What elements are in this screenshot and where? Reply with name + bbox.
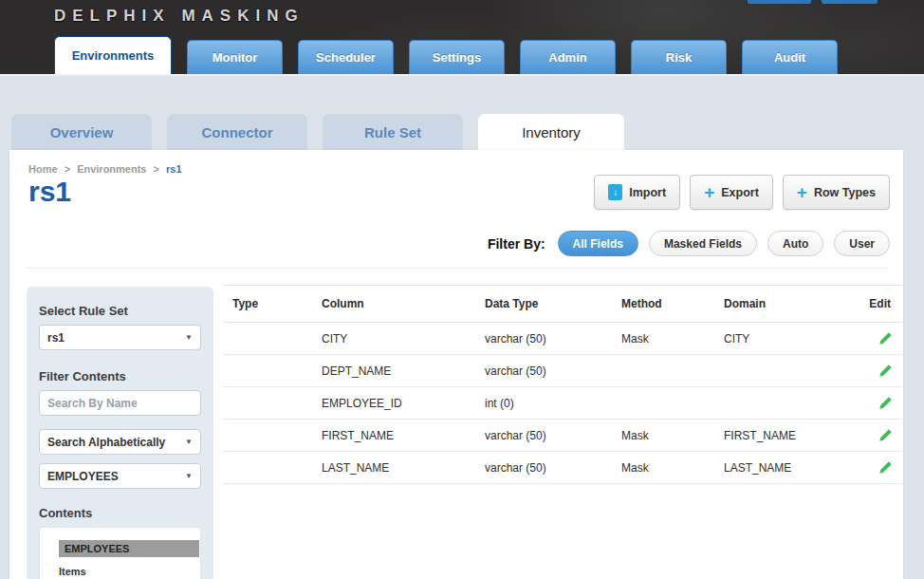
row-types-button-label: Row Types [814, 186, 876, 199]
edit-pencil-icon[interactable] [878, 428, 902, 442]
edit-pencil-icon[interactable] [878, 364, 902, 378]
main-nav: Environments Monitor Scheduler Settings … [54, 36, 838, 74]
chevron-down-icon: ▼ [185, 333, 193, 342]
delphix-masking-logo: DELPHIX MASKING [54, 7, 305, 26]
col-header-domain: Domain [724, 297, 864, 310]
cell-method: Mask [621, 429, 724, 442]
environment-subtabs: Overview Connector Rule Set Inventory [11, 114, 639, 150]
cell-column: FIRST_NAME [322, 429, 485, 442]
app-header: DELPHIX MASKING Environments Monitor Sch… [0, 0, 924, 74]
nav-tab-risk[interactable]: Risk [631, 40, 727, 74]
nav-tab-environments[interactable]: Environments [54, 36, 172, 74]
chevron-down-icon: ▼ [185, 438, 193, 446]
table-row: DEPT_NAME varchar (50) [223, 355, 902, 387]
import-button-label: Import [629, 186, 666, 199]
nav-tab-monitor[interactable]: Monitor [187, 40, 283, 74]
edit-pencil-icon[interactable] [878, 396, 902, 410]
filter-by-row: Filter By: All Fields Masked Fields Auto… [488, 231, 890, 256]
search-alphabetically-value: Search Alphabetically [47, 436, 165, 449]
nav-tab-settings[interactable]: Settings [409, 40, 505, 74]
col-header-edit: Edit [869, 297, 902, 310]
plus-icon: + [704, 184, 714, 200]
tab-rule-set[interactable]: Rule Set [323, 114, 463, 150]
cell-data-type: int (0) [485, 397, 621, 410]
table-select[interactable]: EMPLOYEES ▼ [39, 463, 201, 489]
cell-column: EMPLOYEE_ID [322, 397, 485, 410]
cutoff-top-button-2[interactable] [822, 0, 878, 4]
search-by-name-input[interactable] [39, 390, 201, 416]
contents-item-employees[interactable]: EMPLOYEES [59, 540, 199, 557]
export-button[interactable]: + Export [690, 175, 773, 210]
select-rule-set-label: Select Rule Set [39, 304, 201, 318]
breadcrumb-separator: > [154, 163, 159, 175]
tab-inventory[interactable]: Inventory [478, 114, 624, 150]
nav-tab-scheduler[interactable]: Scheduler [298, 40, 394, 74]
toolbar: ↓ Import + Export + Row Types [594, 175, 890, 210]
col-header-data-type: Data Type [485, 297, 621, 310]
filter-by-label: Filter By: [488, 236, 545, 252]
export-button-label: Export [721, 186, 759, 199]
tab-overview[interactable]: Overview [11, 114, 152, 150]
breadcrumb-home[interactable]: Home [28, 163, 58, 175]
cell-data-type: varchar (50) [485, 332, 621, 346]
table-row: CITY varchar (50) Mask CITY [223, 323, 902, 355]
rule-set-select[interactable]: rs1 ▼ [39, 325, 201, 350]
import-button[interactable]: ↓ Import [594, 175, 680, 210]
nav-tab-admin[interactable]: Admin [520, 40, 616, 74]
col-header-type: Type [232, 297, 322, 310]
cell-data-type: varchar (50) [485, 461, 621, 475]
col-header-column: Column [322, 297, 485, 310]
edit-pencil-icon[interactable] [878, 460, 902, 475]
filter-pill-masked-fields[interactable]: Masked Fields [649, 231, 757, 256]
cell-data-type: varchar (50) [485, 429, 621, 442]
table-row: LAST_NAME varchar (50) Mask LAST_NAME [223, 452, 902, 484]
content-card: Home > Environments > rs1 rs1 ↓ Import +… [9, 150, 903, 579]
cell-method: Mask [621, 461, 724, 475]
rule-set-select-value: rs1 [47, 331, 65, 345]
edit-pencil-icon[interactable] [878, 331, 902, 346]
cell-column: DEPT_NAME [322, 364, 485, 378]
cell-data-type: varchar (50) [485, 364, 621, 378]
tab-connector[interactable]: Connector [167, 114, 307, 150]
contents-label: Contents [39, 506, 201, 520]
table-row: EMPLOYEE_ID int (0) [223, 387, 902, 420]
rule-set-sidebar: Select Rule Set rs1 ▼ Filter Contents Se… [27, 287, 213, 579]
contents-item-items[interactable]: Items [59, 566, 193, 577]
page-title: rs1 [28, 176, 71, 208]
col-header-method: Method [621, 297, 724, 310]
table-row: FIRST_NAME varchar (50) Mask FIRST_NAME [223, 420, 902, 452]
row-types-button[interactable]: + Row Types [783, 175, 890, 210]
breadcrumb: Home > Environments > rs1 [28, 163, 186, 175]
filter-pill-all-fields[interactable]: All Fields [558, 231, 638, 256]
table-header-row: Type Column Data Type Method Domain Edit [223, 285, 902, 323]
cell-domain: FIRST_NAME [724, 429, 864, 442]
breadcrumb-separator: > [65, 163, 70, 175]
table-select-value: EMPLOYEES [47, 470, 119, 483]
delphix-masking-app: { "header": { "logo": "DELPHIX MASKING",… [0, 0, 924, 579]
import-icon: ↓ [608, 184, 622, 200]
filter-pill-user[interactable]: User [834, 231, 890, 256]
cell-column: CITY [322, 332, 485, 346]
cell-domain: LAST_NAME [724, 461, 864, 475]
inventory-table: Type Column Data Type Method Domain Edit… [223, 285, 902, 484]
contents-tree: EMPLOYEES Items [39, 527, 201, 579]
cell-method: Mask [621, 332, 724, 346]
cell-column: LAST_NAME [322, 461, 485, 475]
nav-tab-audit[interactable]: Audit [742, 40, 838, 74]
breadcrumb-environments[interactable]: Environments [77, 163, 146, 175]
chevron-down-icon: ▼ [185, 472, 193, 480]
cutoff-top-button-1[interactable] [748, 0, 811, 4]
breadcrumb-current: rs1 [166, 163, 182, 175]
section-divider [27, 268, 888, 269]
plus-icon: + [797, 184, 807, 200]
cell-domain: CITY [724, 332, 864, 346]
page-background: Overview Connector Rule Set Inventory Ho… [0, 74, 924, 579]
filter-contents-label: Filter Contents [39, 369, 201, 383]
filter-pill-auto[interactable]: Auto [767, 231, 823, 256]
search-alphabetically-select[interactable]: Search Alphabetically ▼ [39, 429, 201, 455]
